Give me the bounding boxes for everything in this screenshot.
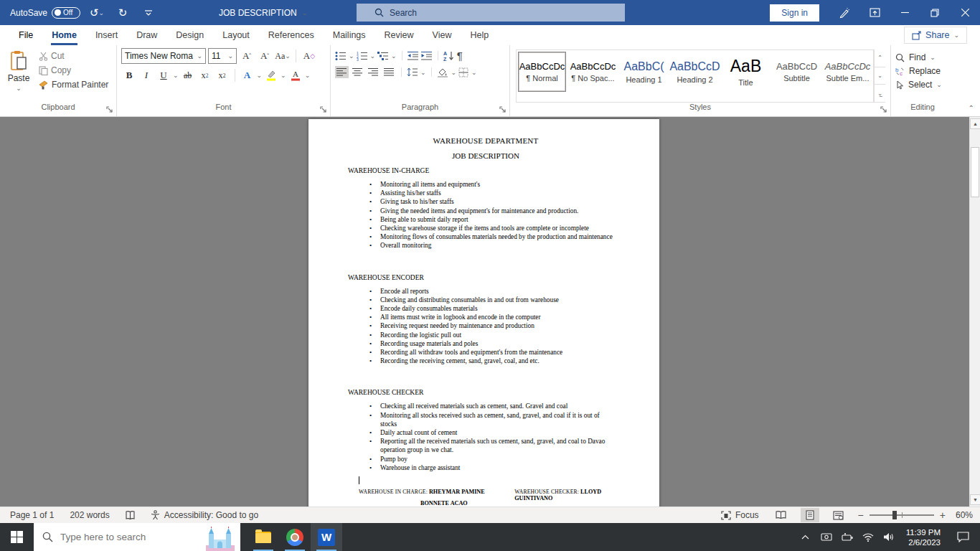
scrollbar-thumb[interactable] — [971, 147, 979, 197]
font-name-combobox[interactable]: Times New Roma ⌄ — [121, 48, 206, 64]
tab-design[interactable]: Design — [166, 25, 213, 45]
cut-button[interactable]: Cut — [39, 51, 108, 61]
minimize-button[interactable] — [890, 0, 920, 25]
tab-layout[interactable]: Layout — [213, 25, 259, 45]
redo-button[interactable]: ↻ — [113, 4, 132, 22]
taskbar-file-explorer[interactable] — [248, 523, 279, 551]
page-indicator[interactable]: Page 1 of 1 — [10, 510, 54, 520]
justify-button[interactable] — [382, 66, 396, 78]
tab-mailings[interactable]: Mailings — [324, 25, 375, 45]
subscript-button[interactable]: x2 — [197, 67, 213, 83]
grow-font-button[interactable]: Aˆ — [239, 48, 255, 64]
tab-view[interactable]: View — [423, 25, 461, 45]
chevron-down-icon[interactable]: ⌄ — [173, 72, 179, 79]
share-button[interactable]: Share ⌄ — [904, 27, 967, 44]
wifi-indicator[interactable] — [860, 523, 876, 551]
cast-indicator[interactable] — [819, 523, 834, 551]
chevron-down-icon[interactable]: ⌄ — [349, 52, 354, 60]
underline-button[interactable]: U — [156, 67, 171, 83]
chevron-down-icon[interactable]: ⌄ — [281, 72, 286, 79]
paragraph-dialog-launcher[interactable] — [499, 105, 507, 114]
copy-button[interactable]: Copy — [39, 65, 108, 75]
web-layout-button[interactable] — [829, 508, 848, 522]
style-subtitle[interactable]: AaBbCcD Subtitle — [773, 52, 821, 92]
autosave-toggle[interactable]: AutoSave Off — [10, 7, 80, 19]
taskbar-word[interactable]: W — [311, 523, 342, 551]
inking-button[interactable] — [829, 0, 859, 25]
italic-button[interactable]: I — [138, 67, 154, 83]
tab-file[interactable]: File — [0, 25, 42, 45]
document-page[interactable]: WAREHOUSE DEPARTMENT JOB DESCRIPTION WAR… — [308, 119, 659, 507]
styles-scroll-down-button[interactable]: ⌄ — [875, 67, 885, 85]
increase-indent-button[interactable] — [421, 51, 433, 61]
focus-mode-button[interactable]: Focus — [721, 510, 759, 520]
taskbar-search[interactable] — [34, 523, 240, 551]
zoom-level[interactable]: 60% — [956, 510, 973, 520]
tab-insert[interactable]: Insert — [86, 25, 127, 45]
start-button[interactable] — [0, 523, 34, 551]
undo-button[interactable]: ↺⌄ — [88, 4, 106, 22]
scroll-down-button[interactable]: ▼ — [970, 494, 980, 505]
tab-references[interactable]: References — [259, 25, 324, 45]
document-canvas[interactable]: WAREHOUSE DEPARTMENT JOB DESCRIPTION WAR… — [0, 117, 980, 507]
zoom-in-button[interactable]: + — [940, 509, 946, 521]
vertical-scrollbar[interactable]: ▲ ▼ — [969, 117, 980, 507]
bullets-button[interactable] — [335, 51, 347, 61]
styles-scroll-up-button[interactable]: ⌃ — [875, 50, 885, 67]
taskbar-clock[interactable]: 11:39 PM 2/6/2023 — [902, 527, 945, 547]
strikethrough-button[interactable]: ab — [180, 67, 196, 83]
align-right-button[interactable] — [367, 66, 380, 78]
word-count[interactable]: 202 words — [70, 510, 109, 520]
multilevel-list-button[interactable] — [377, 51, 389, 61]
action-center-button[interactable] — [950, 523, 976, 551]
text-highlight-button[interactable] — [263, 67, 279, 83]
collapse-ribbon-button[interactable]: ⌃ — [969, 104, 974, 112]
style-heading2[interactable]: AaBbCcD Heading 2 — [671, 52, 719, 92]
align-center-button[interactable] — [351, 66, 364, 78]
chevron-down-icon[interactable]: ⌄ — [370, 52, 376, 60]
chevron-down-icon[interactable]: ⌄ — [451, 69, 457, 76]
close-button[interactable] — [950, 0, 980, 25]
shrink-font-button[interactable]: Aˇ — [257, 48, 273, 64]
style-normal[interactable]: AaBbCcDc ¶ Normal — [518, 52, 566, 92]
read-mode-button[interactable] — [772, 508, 791, 522]
document-title-menu[interactable]: JOB DESCRIPTION ⌄ — [219, 0, 307, 25]
battery-indicator[interactable] — [839, 523, 855, 551]
bold-button[interactable]: B — [121, 67, 137, 83]
superscript-button[interactable]: x2 — [215, 67, 230, 83]
change-case-button[interactable]: Aa⌄ — [275, 48, 291, 64]
numbering-button[interactable]: 123 — [357, 51, 368, 61]
replace-button[interactable]: bc Replace — [895, 66, 942, 76]
align-left-button[interactable] — [335, 66, 349, 78]
borders-button[interactable] — [458, 67, 469, 77]
clipboard-dialog-launcher[interactable] — [105, 105, 114, 114]
ribbon-display-options-button[interactable] — [859, 0, 890, 25]
hidden-icons-button[interactable] — [798, 523, 814, 551]
shading-button[interactable] — [437, 67, 449, 77]
chevron-down-icon[interactable]: ⌄ — [471, 69, 477, 76]
sign-in-button[interactable]: Sign in — [770, 4, 819, 22]
styles-dialog-launcher[interactable] — [880, 105, 888, 114]
decrease-indent-button[interactable] — [407, 51, 419, 61]
proofing-button[interactable] — [126, 510, 135, 520]
style-subtle-emphasis[interactable]: AaBbCcDc Subtle Em... — [824, 52, 872, 92]
zoom-slider-track[interactable] — [870, 514, 934, 516]
taskbar-search-input[interactable] — [60, 532, 182, 542]
titlebar-search-box[interactable]: Search — [357, 4, 625, 22]
chevron-down-icon[interactable]: ⌄ — [391, 52, 397, 60]
font-dialog-launcher[interactable] — [319, 105, 328, 114]
print-layout-button[interactable] — [801, 508, 819, 522]
style-title[interactable]: AaB Title — [722, 52, 770, 92]
find-button[interactable]: Find ⌄ — [895, 52, 942, 62]
restore-button[interactable] — [920, 0, 950, 25]
chevron-down-icon[interactable]: ⌄ — [257, 72, 263, 79]
select-button[interactable]: Select ⌄ — [895, 80, 942, 90]
tab-draw[interactable]: Draw — [127, 25, 166, 45]
paste-button[interactable]: Paste ⌄ — [4, 48, 33, 103]
zoom-out-button[interactable]: − — [858, 509, 864, 521]
tab-home[interactable]: Home — [42, 25, 86, 45]
chevron-down-icon[interactable]: ⌄ — [305, 72, 311, 79]
sort-button[interactable]: AZ — [443, 50, 455, 61]
show-formatting-button[interactable]: ¶ — [457, 50, 463, 62]
chevron-down-icon[interactable]: ⌄ — [420, 69, 426, 76]
